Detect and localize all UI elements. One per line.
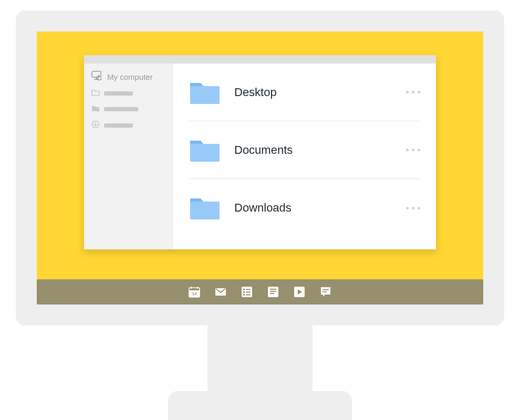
svg-rect-19 (243, 291, 245, 293)
file-explorer-window: My computer (84, 55, 436, 249)
sidebar-item-my-computer[interactable]: My computer (91, 71, 166, 82)
svg-rect-6 (190, 86, 220, 104)
svg-rect-20 (246, 292, 251, 293)
sidebar-placeholder-text (104, 123, 133, 128)
svg-rect-8 (190, 202, 220, 219)
monitor-stand-base (168, 391, 352, 420)
sidebar: My computer (84, 64, 173, 249)
monitor-sync-icon (91, 71, 103, 82)
list-icon[interactable] (241, 286, 253, 298)
sidebar-label: My computer (107, 72, 153, 81)
svg-rect-7 (190, 144, 220, 162)
download-circle-icon (91, 120, 100, 131)
monitor-frame: My computer (16, 10, 504, 326)
play-icon[interactable] (294, 286, 305, 298)
folder-row-downloads[interactable]: Downloads (189, 179, 420, 237)
svg-rect-22 (246, 295, 251, 296)
folder-icon (189, 195, 221, 220)
sidebar-placeholder-text (104, 107, 138, 111)
calendar-icon[interactable]: 12 (189, 286, 200, 298)
svg-rect-30 (323, 291, 327, 292)
sidebar-item-placeholder-2[interactable] (91, 104, 166, 114)
folder-list: Desktop Documents (173, 64, 436, 249)
sidebar-item-placeholder-3[interactable] (91, 120, 166, 131)
taskbar: 12 (37, 279, 483, 304)
svg-text:12: 12 (192, 291, 197, 296)
svg-rect-18 (246, 289, 251, 290)
svg-rect-25 (270, 291, 276, 292)
svg-rect-21 (243, 294, 245, 296)
folder-icon (189, 80, 221, 105)
svg-rect-24 (270, 289, 276, 290)
sidebar-placeholder-text (104, 91, 133, 96)
svg-rect-0 (92, 71, 101, 77)
folder-name: Documents (234, 143, 406, 157)
monitor-stand-neck (207, 326, 313, 399)
sidebar-item-placeholder-1[interactable] (91, 89, 166, 98)
svg-rect-13 (197, 287, 198, 289)
more-options-button[interactable] (406, 149, 420, 151)
svg-rect-12 (191, 287, 192, 289)
folder-icon (189, 138, 221, 163)
more-options-button[interactable] (406, 91, 420, 93)
folder-row-documents[interactable]: Documents (189, 121, 420, 179)
folder-name: Downloads (234, 201, 406, 215)
desktop-background: My computer (37, 32, 483, 304)
svg-rect-26 (270, 293, 274, 294)
folder-row-desktop[interactable]: Desktop (189, 64, 420, 121)
folder-solid-icon (91, 104, 100, 114)
svg-rect-29 (323, 289, 329, 290)
folder-outline-icon (91, 89, 100, 98)
more-options-button[interactable] (406, 207, 420, 209)
window-titlebar[interactable] (84, 55, 436, 64)
svg-rect-17 (243, 289, 245, 290)
chat-icon[interactable] (320, 286, 331, 298)
document-icon[interactable] (267, 286, 279, 298)
mail-icon[interactable] (215, 286, 226, 298)
folder-name: Desktop (234, 86, 406, 99)
